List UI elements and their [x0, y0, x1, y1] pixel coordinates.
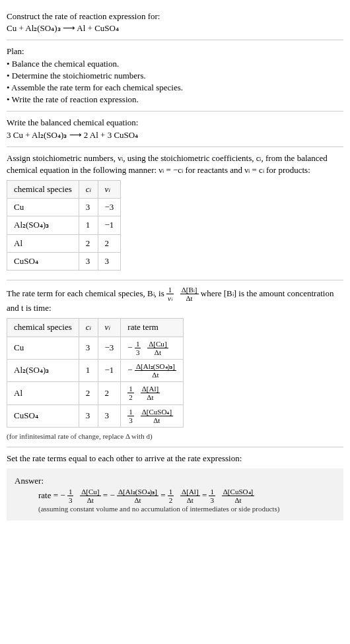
rateterm-note: (for infinitesimal rate of change, repla… [7, 432, 343, 441]
cell-nu: 3 [98, 404, 121, 427]
fraction: 12 [168, 488, 174, 504]
cell-c: 1 [79, 216, 98, 234]
unbalanced-equation: Cu + Al₂(SO₄)₃ ⟶ Al + CuSO₄ [7, 22, 343, 34]
cell-nu: −3 [98, 199, 121, 216]
table-header-row: chemical species cᵢ νᵢ [7, 181, 121, 199]
col-nu: νᵢ [98, 319, 121, 337]
col-rate: rate term [121, 319, 184, 337]
fraction: 1 νᵢ [166, 286, 174, 302]
cell-c: 3 [79, 199, 98, 216]
fraction: Δ[Al]Δt [141, 385, 160, 401]
rate-expression: rate = − 13 Δ[Cu]Δt = − Δ[Al₂(SO₄)₃]Δt =… [15, 488, 335, 504]
cell-species: Al₂(SO₄)₃ [7, 359, 79, 381]
final-section: Set the rate terms equal to each other t… [7, 447, 343, 526]
cell-rate: − Δ[Al₂(SO₄)₃]Δt [121, 359, 184, 381]
cell-c: 2 [79, 234, 98, 252]
cell-species: Al [7, 382, 79, 404]
balanced-equation: 3 Cu + Al₂(SO₄)₃ ⟶ 2 Al + 3 CuSO₄ [7, 129, 343, 141]
plan-item: • Write the rate of reaction expression. [7, 94, 343, 106]
rateterm-table: chemical species cᵢ νᵢ rate term Cu 3 −3… [7, 318, 184, 427]
cell-c: 2 [79, 382, 98, 404]
fraction: Δ[Cu]Δt [80, 488, 100, 504]
rateterm-section: The rate term for each chemical species,… [7, 280, 343, 447]
cell-c: 3 [79, 337, 98, 359]
stoich-intro: Assign stoichiometric numbers, νᵢ, using… [7, 152, 343, 176]
cell-nu: −1 [98, 359, 121, 381]
cell-c: 3 [79, 252, 98, 270]
cell-nu: 2 [98, 234, 121, 252]
rateterm-intro: The rate term for each chemical species,… [7, 286, 343, 314]
plan-item: • Determine the stoichiometric numbers. [7, 70, 343, 82]
cell-species: Al₂(SO₄)₃ [7, 216, 79, 234]
fraction: Δ[Al₂(SO₄)₃]Δt [117, 488, 158, 504]
cell-nu: −1 [98, 216, 121, 234]
cell-nu: 3 [98, 252, 121, 270]
cell-nu: 2 [98, 382, 121, 404]
fraction: Δ[Cu]Δt [147, 340, 168, 356]
fraction: 13 [135, 340, 141, 356]
answer-label: Answer: [15, 475, 335, 487]
fraction: 13 [209, 488, 215, 504]
col-c: cᵢ [79, 319, 98, 337]
cell-species: Cu [7, 199, 79, 216]
table-row: Al 2 2 12 Δ[Al]Δt [7, 382, 184, 404]
cell-rate: − 13 Δ[Cu]Δt [121, 337, 184, 359]
cell-species: CuSO₄ [7, 404, 79, 427]
final-intro: Set the rate terms equal to each other t… [7, 453, 343, 465]
cell-species: CuSO₄ [7, 252, 79, 270]
stoich-section: Assign stoichiometric numbers, νᵢ, using… [7, 147, 343, 280]
table-row: Cu 3 −3 − 13 Δ[Cu]Δt [7, 337, 184, 359]
col-nu: νᵢ [98, 181, 121, 199]
table-row: Cu 3 −3 [7, 199, 121, 216]
fraction: Δ[CuSO₄]Δt [141, 408, 173, 424]
cell-rate: 12 Δ[Al]Δt [121, 382, 184, 404]
balanced-label: Write the balanced chemical equation: [7, 117, 343, 129]
fraction: Δ[CuSO₄]Δt [222, 488, 254, 504]
table-row: Al₂(SO₄)₃ 1 −1 − Δ[Al₂(SO₄)₃]Δt [7, 359, 184, 381]
cell-rate: 13 Δ[CuSO₄]Δt [121, 404, 184, 427]
cell-species: Cu [7, 337, 79, 359]
cell-c: 3 [79, 404, 98, 427]
table-row: Al₂(SO₄)₃ 1 −1 [7, 216, 121, 234]
header-section: Construct the rate of reaction expressio… [7, 5, 343, 40]
table-row: Al 2 2 [7, 234, 121, 252]
balanced-section: Write the balanced chemical equation: 3 … [7, 112, 343, 146]
table-row: CuSO₄ 3 3 13 Δ[CuSO₄]Δt [7, 404, 184, 427]
fraction: 13 [67, 488, 74, 504]
fraction: Δ[Bᵢ] Δt [180, 286, 199, 302]
col-c: cᵢ [79, 181, 98, 199]
table-header-row: chemical species cᵢ νᵢ rate term [7, 319, 184, 337]
final-note: (assuming constant volume and no accumul… [15, 504, 335, 514]
col-species: chemical species [7, 319, 79, 337]
plan-item: • Assemble the rate term for each chemic… [7, 82, 343, 94]
fraction: 12 [127, 385, 134, 401]
table-row: CuSO₄ 3 3 [7, 252, 121, 270]
col-species: chemical species [7, 181, 79, 199]
page-title: Construct the rate of reaction expressio… [7, 11, 343, 22]
stoich-table: chemical species cᵢ νᵢ Cu 3 −3 Al₂(SO₄)₃… [7, 180, 121, 271]
cell-c: 1 [79, 359, 98, 381]
cell-species: Al [7, 234, 79, 252]
cell-nu: −3 [98, 337, 121, 359]
plan-label: Plan: [7, 46, 343, 57]
fraction: 13 [127, 408, 134, 424]
answer-box: Answer: rate = − 13 Δ[Cu]Δt = − Δ[Al₂(SO… [7, 468, 343, 521]
plan-section: Plan: • Balance the chemical equation. •… [7, 40, 343, 112]
fraction: Δ[Al₂(SO₄)₃]Δt [135, 362, 176, 379]
fraction: Δ[Al]Δt [180, 488, 200, 504]
plan-item: • Balance the chemical equation. [7, 58, 343, 70]
